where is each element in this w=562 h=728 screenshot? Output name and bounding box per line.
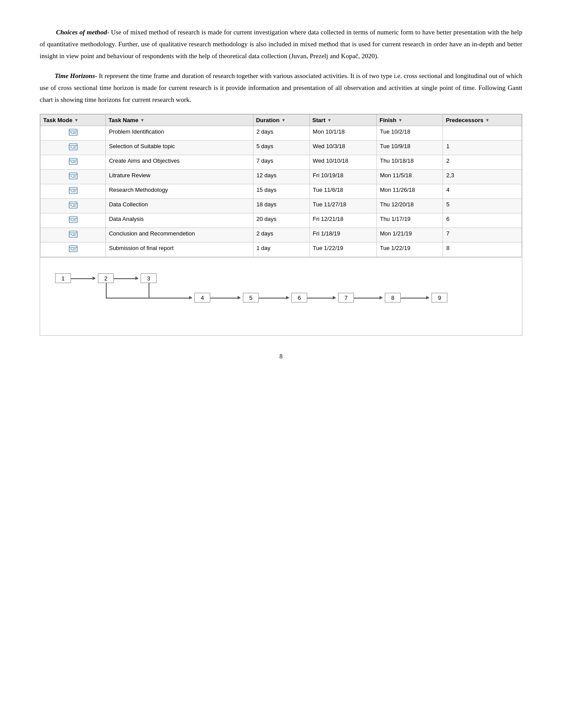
task-name-cell: Research Methodology [106, 184, 253, 199]
task-duration-cell: 5 days [253, 141, 309, 155]
task-name-cell: Problem Identification [106, 126, 253, 141]
task-duration-cell: 15 days [253, 184, 309, 199]
task-start-cell: Tue 11/27/18 [309, 199, 376, 213]
network-arrow [71, 278, 95, 279]
task-predecessors-cell [443, 126, 522, 141]
task-mode-cell [41, 199, 106, 213]
table-row: Create Aims and Objectives7 daysWed 10/1… [41, 155, 522, 170]
task-finish-cell: Thu 1/17/19 [376, 213, 443, 228]
network-node-2: 2 [98, 273, 114, 283]
page-content: Choices of method- Use of mixed method o… [40, 26, 522, 360]
task-predecessors-cell: 1 [443, 141, 522, 155]
task-duration-cell: 2 days [253, 228, 309, 243]
task-name-cell: Selection of Suitable topic [106, 141, 253, 155]
network-vline [106, 283, 107, 298]
col-finish[interactable]: Finish ▼ [376, 115, 443, 126]
task-mode-icon [69, 172, 78, 182]
network-node-7: 7 [338, 293, 354, 302]
task-mode-icon [69, 143, 78, 153]
task-mode-cell [41, 213, 106, 228]
col-start-label: Start [313, 117, 326, 123]
task-name-cell: Create Aims and Objectives [106, 155, 253, 170]
col-duration[interactable]: Duration ▼ [253, 115, 309, 126]
task-mode-cell [41, 228, 106, 243]
task-name-cell: Litrature Review [106, 170, 253, 184]
task-start-cell: Wed 10/3/18 [309, 141, 376, 155]
task-mode-icon [69, 187, 78, 196]
col-task-name[interactable]: Task Name ▼ [106, 115, 253, 126]
task-mode-cell [41, 155, 106, 170]
table-row: Conclusion and Recommendetion2 daysFri 1… [41, 228, 522, 243]
task-finish-cell: Tue 10/9/18 [376, 141, 443, 155]
network-arrow [114, 278, 138, 279]
text-horizons: It represent the time frame and duration… [40, 72, 522, 103]
sort-arrow-predecessors[interactable]: ▼ [485, 118, 490, 123]
task-mode-cell [41, 126, 106, 141]
col-task-mode-label: Task Mode [43, 117, 72, 123]
network-arrow [307, 298, 335, 299]
table-row: Data Analysis20 daysFri 12/21/18Thu 1/17… [41, 213, 522, 228]
page-number: 8 [40, 353, 522, 360]
task-mode-icon [69, 128, 78, 138]
paragraph-choices-of-method: Choices of method- Use of mixed method o… [40, 26, 522, 62]
task-duration-cell: 18 days [253, 199, 309, 213]
task-finish-cell: Tue 10/2/18 [376, 126, 443, 141]
col-predecessors[interactable]: Predecessors ▼ [443, 115, 522, 126]
network-node-9: 9 [432, 293, 447, 302]
task-duration-cell: 2 days [253, 126, 309, 141]
task-mode-cell [41, 141, 106, 155]
col-start[interactable]: Start ▼ [309, 115, 376, 126]
task-finish-cell: Thu 12/20/18 [376, 199, 443, 213]
task-name-cell: Data Analysis [106, 213, 253, 228]
task-predecessors-cell: 4 [443, 184, 522, 199]
bold-italic-choices: Choices of method [56, 29, 107, 36]
sort-arrow-finish[interactable]: ▼ [398, 118, 402, 123]
bold-italic-horizons: Time Horizons [55, 72, 95, 79]
task-start-cell: Tue 1/22/19 [309, 243, 376, 257]
col-predecessors-label: Predecessors [446, 117, 483, 123]
network-arrow [259, 298, 289, 299]
col-task-mode[interactable]: Task Mode ▼ [41, 115, 106, 126]
gantt-table-wrapper: Task Mode ▼ Task Name ▼ Duration ▼ [40, 114, 522, 258]
task-start-cell: Mon 10/1/18 [309, 126, 376, 141]
table-row: Research Methodology15 daysTue 11/6/18Mo… [41, 184, 522, 199]
task-finish-cell: Mon 11/5/18 [376, 170, 443, 184]
task-mode-cell [41, 243, 106, 257]
task-name-cell: Submission of final report [106, 243, 253, 257]
col-task-name-label: Task Name [108, 117, 138, 123]
sort-arrow-duration[interactable]: ▼ [281, 118, 286, 123]
task-finish-cell: Tue 1/22/19 [376, 243, 443, 257]
table-row: Litrature Review12 daysFri 10/19/18Mon 1… [41, 170, 522, 184]
network-arrow [354, 298, 382, 299]
gantt-chart-wrapper: 123456789 [40, 258, 522, 336]
text-choices: Use of mixed method of research is made … [40, 29, 522, 60]
network-vline [149, 283, 149, 298]
network-node-1: 1 [55, 273, 71, 283]
task-finish-cell: Thu 10/18/18 [376, 155, 443, 170]
task-duration-cell: 20 days [253, 213, 309, 228]
table-header-row: Task Mode ▼ Task Name ▼ Duration ▼ [41, 115, 522, 126]
task-predecessors-cell: 5 [443, 199, 522, 213]
task-predecessors-cell: 8 [443, 243, 522, 257]
task-start-cell: Wed 10/10/18 [309, 155, 376, 170]
sort-arrow-start[interactable]: ▼ [327, 118, 331, 123]
table-row: Submission of final report1 dayTue 1/22/… [41, 243, 522, 257]
task-predecessors-cell: 6 [443, 213, 522, 228]
task-duration-cell: 12 days [253, 170, 309, 184]
task-name-cell: Data Collection [106, 199, 253, 213]
task-mode-icon [69, 245, 78, 254]
sort-arrow-task-name[interactable]: ▼ [140, 118, 145, 123]
gantt-table: Task Mode ▼ Task Name ▼ Duration ▼ [40, 114, 522, 257]
task-mode-cell [41, 170, 106, 184]
paragraph-time-horizons: Time Horizons- It represent the time fra… [40, 70, 522, 106]
network-node-6: 6 [291, 293, 307, 302]
table-row: Problem Identification2 daysMon 10/1/18T… [41, 126, 522, 141]
network-arrow [401, 298, 429, 299]
sort-arrow-task-mode[interactable]: ▼ [74, 118, 78, 123]
task-name-cell: Conclusion and Recommendetion [106, 228, 253, 243]
network-node-3: 3 [141, 273, 156, 283]
network-node-4: 4 [194, 293, 210, 302]
task-predecessors-cell: 2 [443, 155, 522, 170]
task-predecessors-cell: 2,3 [443, 170, 522, 184]
task-predecessors-cell: 7 [443, 228, 522, 243]
